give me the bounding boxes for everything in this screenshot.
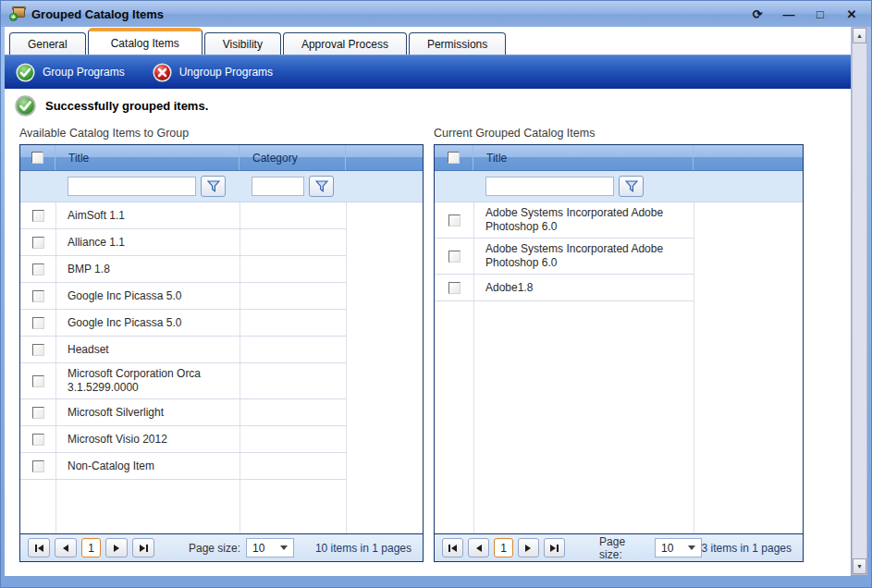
grouped-items-label: Current Grouped Catalog Items — [434, 127, 595, 140]
page-size-label: Page size: — [599, 535, 649, 561]
row-checkbox[interactable] — [32, 344, 44, 356]
table-row[interactable]: Google Inc Picassa 5.0 — [20, 310, 423, 337]
row-checkbox[interactable] — [448, 282, 461, 294]
row-checkbox[interactable] — [448, 214, 461, 227]
first-page-button[interactable] — [28, 538, 50, 557]
available-items-grid: Title Category — [19, 144, 424, 562]
scroll-up-icon[interactable]: ▲ — [853, 28, 866, 43]
funnel-icon — [315, 180, 328, 192]
next-page-button[interactable] — [518, 538, 539, 557]
table-row[interactable]: BMP 1.8 — [20, 256, 423, 283]
tab-permissions[interactable]: Permissions — [409, 32, 506, 55]
row-checkbox[interactable] — [448, 251, 461, 263]
grouped-grid-pager: 1 Page size: 10 3 items in 1 pages — [435, 533, 803, 561]
title-filter-input[interactable] — [68, 177, 196, 196]
tab-visibility[interactable]: Visibility — [204, 32, 281, 55]
table-row[interactable]: Microsoft Silverlight — [20, 399, 423, 426]
column-header-category[interactable]: Category — [239, 152, 298, 165]
select-all-checkbox[interactable] — [31, 152, 43, 164]
category-filter-input[interactable] — [252, 177, 304, 196]
tab-catalog-items[interactable]: Catalog Items — [88, 28, 203, 55]
grouped-grid-header: Title — [435, 145, 803, 171]
maximize-icon[interactable]: □ — [812, 8, 829, 20]
toolbar: Group Programs Ungroup Programs — [5, 55, 851, 89]
close-icon[interactable]: ✕ — [843, 8, 860, 20]
prev-page-button[interactable] — [55, 538, 77, 557]
last-page-button[interactable] — [544, 538, 565, 557]
page-number-button[interactable]: 1 — [81, 538, 101, 557]
table-row[interactable]: AimSoft 1.1 — [20, 202, 423, 229]
table-row[interactable]: Adobe1.8 — [435, 275, 803, 301]
table-row[interactable]: Microsoft Corporation Orca 3.1.5299.0000 — [20, 363, 423, 399]
last-page-button[interactable] — [132, 538, 154, 557]
table-row[interactable]: Adobe Systems Incorporated Adobe Photosh… — [435, 202, 803, 239]
title-filter-button[interactable] — [201, 176, 226, 197]
title-filter-button[interactable] — [619, 176, 644, 197]
available-grid-header: Title Category — [20, 145, 423, 171]
status-text: Successfully grouped items. — [45, 99, 208, 113]
ungroup-programs-button[interactable]: Ungroup Programs — [153, 63, 273, 82]
chevron-down-icon — [280, 545, 288, 550]
plus-badge-icon: + — [9, 13, 18, 21]
available-items-label: Available Catalog Items to Group — [19, 127, 189, 140]
tab-strip: General Catalog Items Visibility Approva… — [5, 27, 851, 55]
first-page-button[interactable] — [442, 538, 463, 557]
row-checkbox[interactable] — [32, 407, 44, 419]
available-grid-filter-row — [20, 171, 423, 202]
title-bar: + Grouped Catalog Items ⟳ — □ ✕ — [1, 1, 871, 27]
table-row[interactable]: Non-Catalog Item — [20, 453, 423, 480]
page-size-select[interactable]: 10 — [655, 538, 702, 557]
window-content: General Catalog Items Visibility Approva… — [5, 27, 851, 576]
column-header-title[interactable]: Title — [55, 152, 89, 165]
page-size-select[interactable]: 10 — [246, 538, 294, 557]
page-number-button[interactable]: 1 — [494, 538, 512, 557]
table-row[interactable]: Alliance 1.1 — [20, 229, 423, 256]
table-row[interactable]: Google Inc Picassa 5.0 — [20, 283, 423, 310]
grouped-catalog-items-window: + Grouped Catalog Items ⟳ — □ ✕ General … — [0, 0, 872, 588]
red-x-icon — [153, 63, 172, 82]
items-summary: 10 items in 1 pages — [315, 542, 415, 555]
page-size-label: Page size: — [189, 542, 240, 555]
vertical-scrollbar[interactable]: ▲ ▼ — [852, 27, 867, 575]
table-row[interactable]: Headset — [20, 337, 423, 363]
group-programs-button[interactable]: Group Programs — [16, 63, 125, 82]
row-checkbox[interactable] — [32, 317, 44, 329]
minimize-icon[interactable]: — — [780, 8, 797, 20]
chevron-down-icon — [688, 545, 695, 550]
prev-page-button[interactable] — [468, 538, 489, 557]
table-row[interactable]: Adobe Systems Incorporated Adobe Photosh… — [435, 239, 803, 275]
row-checkbox[interactable] — [32, 375, 44, 387]
status-message: Successfully grouped items. — [15, 95, 208, 116]
row-checkbox[interactable] — [32, 210, 44, 222]
funnel-icon — [625, 180, 638, 192]
available-grid-pager: 1 Page size: 10 10 items in 1 pages — [20, 533, 423, 561]
green-check-icon — [16, 63, 35, 82]
next-page-button[interactable] — [105, 538, 128, 557]
select-all-checkbox[interactable] — [448, 152, 460, 164]
funnel-icon — [207, 180, 220, 192]
row-checkbox[interactable] — [32, 237, 44, 249]
scroll-down-icon[interactable]: ▼ — [853, 558, 866, 574]
column-header-title[interactable]: Title — [473, 152, 507, 165]
success-check-icon — [15, 95, 36, 116]
row-checkbox[interactable] — [32, 460, 44, 472]
title-filter-input[interactable] — [485, 177, 614, 196]
grouped-grid-filter-row — [435, 171, 803, 202]
window-title: Grouped Catalog Items — [31, 7, 164, 21]
tab-general[interactable]: General — [9, 32, 86, 55]
row-checkbox[interactable] — [32, 434, 44, 446]
row-checkbox[interactable] — [32, 290, 44, 302]
grouped-items-grid: Title — [434, 144, 804, 562]
category-filter-button[interactable] — [309, 176, 334, 197]
refresh-icon[interactable]: ⟳ — [749, 8, 766, 20]
tab-approval-process[interactable]: Approval Process — [283, 32, 407, 55]
items-summary: 3 items in 1 pages — [702, 542, 795, 555]
row-checkbox[interactable] — [32, 263, 44, 276]
table-row[interactable]: Microsoft Visio 2012 — [20, 426, 423, 453]
package-icon: + — [9, 6, 25, 21]
